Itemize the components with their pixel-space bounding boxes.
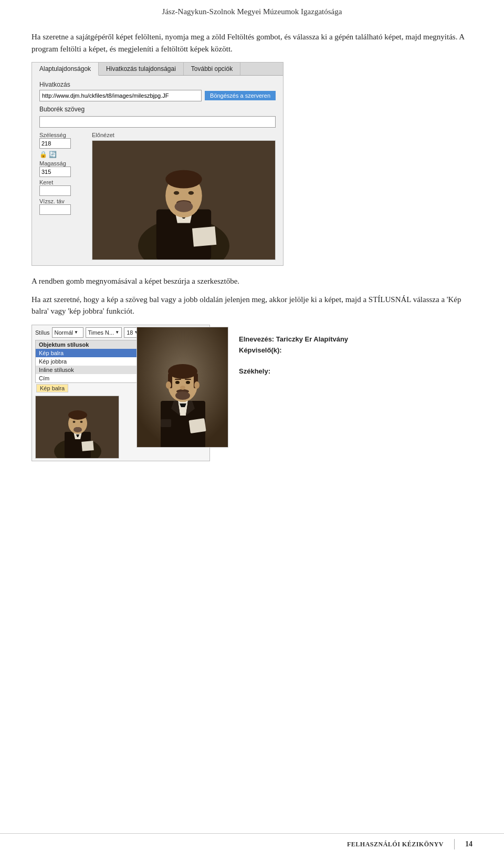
dialog-screenshot: Alaptulajdonságok Hivatkozás tulajdonság… (32, 62, 284, 266)
portrait-svg-1 (92, 141, 275, 260)
footer-divider (454, 839, 455, 849)
keret-input[interactable] (39, 185, 71, 196)
svg-rect-45 (185, 379, 191, 380)
kep-balra-tooltip: Kép balra (36, 384, 68, 392)
font-dropdown[interactable]: Times N... ▼ (86, 327, 122, 338)
vizsz-field: Vízsz. táv (39, 198, 87, 215)
url-input[interactable] (39, 90, 202, 101)
svg-point-12 (175, 201, 193, 212)
stilus-dropdown[interactable]: Normál ▼ (52, 327, 83, 338)
small-portrait-svg (36, 396, 119, 459)
magassag-input[interactable] (39, 167, 71, 177)
small-portrait-preview (35, 396, 119, 459)
svg-point-25 (74, 427, 82, 432)
tab-hivatkozas[interactable]: Hivatkozás tulajdonságai (99, 63, 184, 75)
lock-icon: 🔒 (39, 151, 47, 158)
main-portrait-svg (137, 327, 228, 448)
style-explanation-text: Ha azt szeretné, hogy a kép a szöveg bal… (32, 294, 472, 317)
lock-row: 🔒 🔄 (39, 151, 87, 158)
svg-rect-48 (161, 419, 171, 427)
tab-tovabbi[interactable]: További opciók (184, 63, 240, 75)
dropdown-arrow-stilus: ▼ (74, 330, 78, 335)
bubble-input[interactable] (39, 116, 276, 128)
vizsz-input[interactable] (39, 204, 71, 215)
dialog-bottom: Szélesség 🔒 🔄 Magasság Keret (39, 132, 276, 260)
intro-paragraph-1: Ha szeretne a sajátgépéről képet felölte… (32, 31, 472, 55)
elnevezes-title: Elnevezés: Tariczky Er Alapítvány (239, 335, 472, 343)
dropdown-arrow-font: ▼ (115, 330, 119, 335)
svg-point-43 (186, 381, 190, 384)
preview-area: Előnézet (92, 132, 276, 260)
page-footer: FELHASZNÁLÓI KÉZIKÖNYV 14 (0, 833, 504, 849)
right-info-panel: Elnevezés: Tariczky Er Alapítvány Képvis… (239, 325, 472, 388)
kepviselo-value (239, 355, 472, 363)
magassag-field: Magasság (39, 160, 87, 177)
kepviselo-label: Képviselő(k): (239, 346, 472, 354)
svg-point-38 (166, 381, 171, 389)
url-row: Böngészés a szerveren (39, 90, 276, 101)
svg-rect-47 (188, 418, 206, 433)
footer-label: FELHASZNÁLÓI KÉZIKÖNYV (347, 841, 444, 848)
refresh-icon: 🔄 (49, 151, 56, 158)
szelesseg-field: Szélesség (39, 132, 87, 149)
svg-point-39 (194, 381, 200, 389)
svg-rect-44 (175, 379, 181, 380)
footer-page-number: 14 (465, 840, 472, 848)
stilus-label: Stílus (35, 329, 50, 336)
preview-portrait (92, 140, 276, 260)
svg-point-22 (73, 421, 76, 423)
keret-field: Keret (39, 179, 87, 196)
tab-alaptulajdonsagok[interactable]: Alaptulajdonságok (32, 63, 99, 76)
szekely-value (239, 376, 472, 384)
svg-rect-24 (81, 441, 93, 451)
browse-button[interactable]: Böngészés a szerveren (205, 91, 276, 100)
svg-rect-11 (192, 226, 216, 246)
center-portrait (136, 325, 228, 448)
page-content: Ha szeretne a sajátgépéről képet felölte… (0, 22, 504, 511)
svg-point-42 (175, 381, 180, 384)
bubble-label: Buborék szöveg (39, 106, 276, 113)
hivatkozas-label: Hivatkozás (39, 81, 276, 88)
svg-point-41 (175, 391, 190, 400)
svg-point-10 (188, 191, 194, 195)
second-screenshot: Stílus Normál ▼ Times N... ▼ 18 ▼ A (32, 325, 472, 461)
svg-point-7 (165, 170, 202, 189)
svg-point-46 (180, 386, 185, 390)
szekely-label: Székhely: (239, 367, 472, 375)
svg-point-9 (174, 191, 179, 195)
dialog-tabs: Alaptulajdonságok Hivatkozás tulajdonság… (32, 63, 283, 76)
svg-point-20 (68, 410, 87, 420)
main-portrait-box (136, 327, 228, 448)
szelesseg-input[interactable] (39, 138, 71, 149)
svg-point-23 (80, 421, 83, 423)
page-header: Jász-Nagykun-Szolnok Megyei Múzeumok Iga… (0, 0, 504, 22)
dialog-left-panel: Szélesség 🔒 🔄 Magasság Keret (39, 132, 87, 260)
svg-point-35 (168, 364, 197, 379)
dialog-body: Hivatkozás Böngészés a szerveren Buborék… (32, 76, 283, 265)
after-dialog-text: A rendben gomb megnyomásával a képet bes… (32, 275, 472, 287)
header-title: Jász-Nagykun-Szolnok Megyei Múzeumok Iga… (162, 7, 342, 16)
style-panel-container: Stílus Normál ▼ Times N... ▼ 18 ▼ A (32, 325, 126, 461)
